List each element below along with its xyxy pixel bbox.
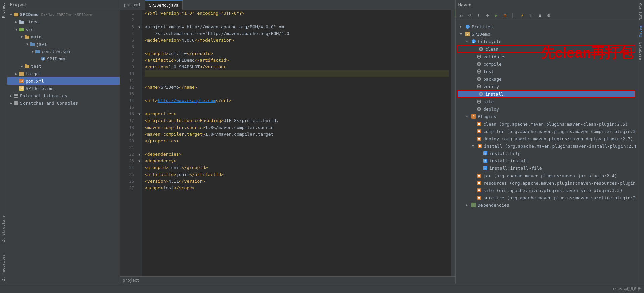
database-tab[interactable]: Database <box>638 40 643 63</box>
project-item-SPIDemo.java[interactable]: JSPIDemo <box>7 55 120 62</box>
project-item-src[interactable]: ▼src <box>7 26 120 33</box>
download-btn[interactable]: ⬇ <box>475 12 482 19</box>
maven-item-dependencies[interactable]: ▶DDependencies <box>456 201 637 209</box>
line-num-23: 23 <box>121 158 134 164</box>
tab-SPIDemo-java[interactable]: SPIDemo.java <box>145 0 183 10</box>
project-item-main[interactable]: ▼main <box>7 33 120 40</box>
project-item-external-libraries[interactable]: ▶External Libraries <box>7 92 120 99</box>
maven-type-icon-install-install-file: m <box>482 165 488 171</box>
maven-label-clean-plugin: clean (org.apache.maven.plugins:maven-cl… <box>483 121 628 127</box>
project-item-idea[interactable]: ▶.idea <box>7 18 120 26</box>
maven-item-install-install-file[interactable]: minstall:install-file <box>456 164 637 172</box>
refresh-btn[interactable]: ↻ <box>458 12 465 19</box>
fold-3[interactable]: ▼ <box>137 23 142 30</box>
code-area[interactable]: <?xml version="1.0" encoding="UTF-8"?> <… <box>142 10 451 276</box>
svg-text:J: J <box>42 57 44 61</box>
fold-14 <box>137 97 142 104</box>
maven-type-icon-verify <box>476 84 482 89</box>
tree-label-test: test <box>31 64 41 69</box>
code-line-24: <groupId>junit</groupId> <box>145 164 449 171</box>
maven-item-install-help[interactable]: minstall:help <box>456 150 637 157</box>
run-btn[interactable]: ▶ <box>493 12 500 19</box>
maven-item-deploy-plugin[interactable]: deploy (org.apache.maven.plugins:maven-d… <box>456 135 637 142</box>
structure-tab[interactable]: Z: Structure <box>1 213 6 245</box>
maven-arrow-spidemo: ▼ <box>458 31 464 37</box>
settings-btn[interactable]: ⚙ <box>545 12 552 19</box>
maven-item-site-plugin[interactable]: site (org.apache.maven.plugins:maven-sit… <box>456 187 637 194</box>
collapse-btn[interactable]: ⇈ <box>527 12 535 19</box>
maven-wrapper-clean-plugin: clean (org.apache.maven.plugins:maven-cl… <box>456 120 637 128</box>
fold-22[interactable]: ▼ <box>137 151 142 158</box>
maven-item-clean-plugin[interactable]: clean (org.apache.maven.plugins:maven-cl… <box>456 120 637 128</box>
editor-area: pom.xmlSPIDemo.java 12345678910111213141… <box>120 0 455 284</box>
plantuml-tab[interactable]: PlantUML <box>638 0 643 23</box>
project-item-test[interactable]: ▶test <box>7 62 120 70</box>
maven-item-clean[interactable]: clean <box>457 45 635 53</box>
favorites-tab[interactable]: 2: Favorites <box>1 252 6 284</box>
maven-item-profiles[interactable]: ▶PProfiles <box>456 23 637 30</box>
maven-label-compiler-plugin: compiler (org.apache.maven.plugins:maven… <box>483 129 637 134</box>
maven-item-compile[interactable]: compile <box>456 60 637 68</box>
maven-wrapper-compiler-plugin: compiler (org.apache.maven.plugins:maven… <box>456 128 637 135</box>
tab-pom-xml[interactable]: pom.xml <box>120 0 145 10</box>
maven-arrow-validate <box>470 54 475 59</box>
maven-item-install-install[interactable]: minstall:install <box>456 157 637 164</box>
maven-item-install-plugin[interactable]: ▼install (org.apache.maven.plugins:maven… <box>456 142 637 150</box>
status-bar: CSDN @顾风和桦 <box>0 285 644 293</box>
maven-arrow-test <box>470 69 475 74</box>
maven-item-surefire-plugin[interactable]: surefire (org.apache.maven.plugins:maven… <box>456 194 637 201</box>
line-num-7: 7 <box>121 50 134 57</box>
line-num-13: 13 <box>121 91 134 97</box>
fold-16[interactable]: ▼ <box>137 111 142 117</box>
maven-type-icon-validate <box>476 54 482 59</box>
project-item-target[interactable]: ▶target <box>7 70 120 77</box>
project-item-com.ljw.spi[interactable]: ▼com.ljw.spi <box>7 48 120 55</box>
maven-label-resources-plugin: resources (org.apache.maven.plugins:mave… <box>483 181 637 186</box>
maven-item-package[interactable]: package <box>456 75 637 83</box>
maven-arrow-site-plugin <box>470 188 475 193</box>
project-panel: Project ▼SPIDemo D:\JavaIDEACode\SPIDemo… <box>7 0 120 284</box>
maven-arrow-verify <box>470 84 475 89</box>
project-item-SPIDemo.iml[interactable]: imlSPIDemo.iml <box>7 85 120 92</box>
maven-arrow-compiler-plugin <box>470 129 475 134</box>
maven-item-compiler-plugin[interactable]: compiler (org.apache.maven.plugins:maven… <box>456 128 637 135</box>
fold-20 <box>137 138 142 144</box>
reimport-btn[interactable]: ⟳ <box>466 12 474 19</box>
maven-item-spidemo[interactable]: ▼PSPIDemo <box>456 30 637 38</box>
maven-item-deploy[interactable]: deploy <box>456 105 637 113</box>
project-item-pom.xml[interactable]: xmlpom.xml <box>7 77 120 85</box>
line-num-2: 2 <box>121 17 134 23</box>
code-line-19: <maven.compiler.target>1.8</maven.compil… <box>145 131 449 138</box>
line-num-4: 4 <box>121 30 134 37</box>
lightning-btn[interactable]: ⚡ <box>519 12 526 19</box>
maven-wrapper-validate: validate <box>456 53 637 60</box>
project-item-java[interactable]: ▼java <box>7 40 120 48</box>
maven-item-resources-plugin[interactable]: resources (org.apache.maven.plugins:mave… <box>456 179 637 187</box>
skip-tests-btn[interactable]: || <box>510 12 517 19</box>
project-panel-header: Project <box>7 0 120 9</box>
maven-item-site[interactable]: site <box>456 98 637 105</box>
debug-btn[interactable]: m <box>501 12 509 19</box>
right-gutter <box>451 10 455 276</box>
maven-item-jar-plugin[interactable]: jar (org.apache.maven.plugins:maven-jar-… <box>456 172 637 179</box>
project-tab[interactable]: Project <box>1 0 6 21</box>
maven-item-install[interactable]: install <box>457 90 635 98</box>
project-item-scratches[interactable]: ▶Scratches and Consoles <box>7 99 120 107</box>
project-item-spidemo-root[interactable]: ▼SPIDemo D:\JavaIDEACode\SPIDemo <box>7 11 120 18</box>
maven-item-test[interactable]: test <box>456 68 637 75</box>
maven-item-validate[interactable]: validate <box>456 53 637 60</box>
maven-item-lifecycle[interactable]: ▼LLifecycle <box>456 38 637 45</box>
expand-btn[interactable]: ⇊ <box>536 12 544 19</box>
maven-wrapper-lifecycle: ▼LLifecycle <box>456 38 637 45</box>
maven-arrow-deploy <box>470 106 475 112</box>
fold-23[interactable]: ▼ <box>137 158 142 164</box>
maven-side-tab[interactable]: Maven <box>638 23 643 40</box>
code-line-21 <box>145 144 449 151</box>
code-line-12: <name>SPIDemo</name> <box>145 84 449 91</box>
maven-wrapper-verify: verify <box>456 83 637 90</box>
code-line-22: <dependencies> <box>145 151 449 158</box>
maven-item-plugins[interactable]: ▼PPlugins <box>456 113 637 120</box>
fold-25 <box>137 171 142 178</box>
add-btn[interactable]: + <box>484 12 491 19</box>
maven-item-verify[interactable]: verify <box>456 83 637 90</box>
